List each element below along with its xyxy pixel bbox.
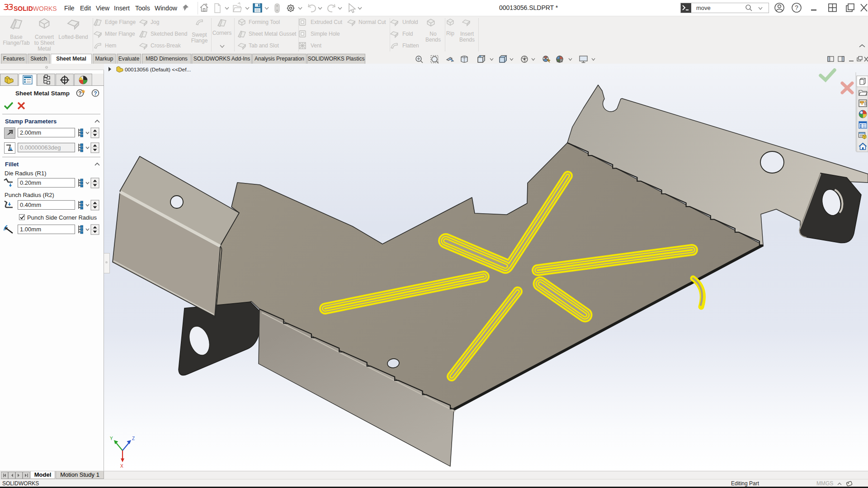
svg-text:00013056 (Default) <<Def...: 00013056 (Default) <<Def...: [125, 66, 191, 73]
svg-text:Y: Y: [110, 436, 113, 441]
svg-text:?: ?: [78, 90, 81, 97]
svg-text:?: ?: [94, 90, 97, 97]
svg-text:Z: Z: [132, 436, 135, 441]
svg-text:X: X: [120, 464, 123, 469]
svg-text:?: ?: [795, 4, 798, 11]
